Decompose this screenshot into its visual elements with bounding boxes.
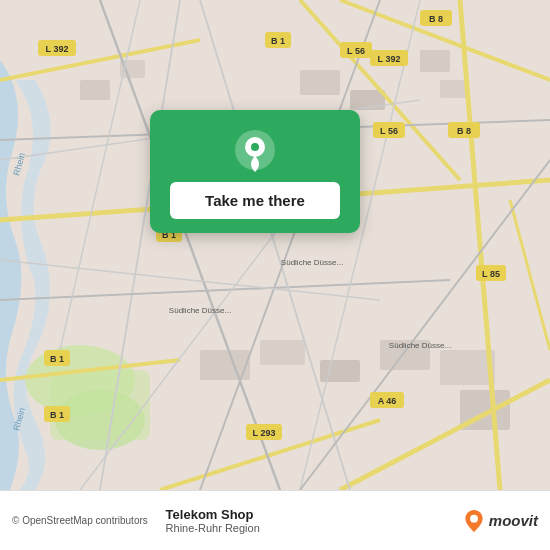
- svg-text:A 46: A 46: [378, 396, 397, 406]
- svg-rect-11: [260, 340, 305, 365]
- svg-text:B 1: B 1: [50, 354, 64, 364]
- svg-text:B 8: B 8: [457, 126, 471, 136]
- svg-text:B 1: B 1: [271, 36, 285, 46]
- bottom-bar: © OpenStreetMap contributors Telekom Sho…: [0, 490, 550, 550]
- place-region: Rhine-Ruhr Region: [166, 522, 453, 534]
- svg-text:B 8: B 8: [429, 14, 443, 24]
- copyright-text: © OpenStreetMap contributors: [12, 515, 156, 526]
- place-name: Telekom Shop: [166, 507, 453, 522]
- svg-text:L 56: L 56: [380, 126, 398, 136]
- svg-text:L 293: L 293: [253, 428, 276, 438]
- svg-text:L 392: L 392: [46, 44, 69, 54]
- take-me-there-button[interactable]: Take me there: [170, 182, 340, 219]
- place-info: Telekom Shop Rhine-Ruhr Region: [166, 507, 453, 534]
- svg-text:Südliche Düsse...: Südliche Düsse...: [169, 306, 231, 315]
- svg-point-71: [470, 514, 478, 522]
- svg-text:L 392: L 392: [378, 54, 401, 64]
- svg-text:L 56: L 56: [347, 46, 365, 56]
- svg-rect-12: [320, 360, 360, 382]
- location-pin-icon: [233, 128, 277, 172]
- svg-rect-6: [300, 70, 340, 95]
- location-card: Take me there: [150, 110, 360, 233]
- svg-text:Südliche Düsse...: Südliche Düsse...: [389, 341, 451, 350]
- moovit-label: moovit: [489, 512, 538, 529]
- map-svg: B 8 L 392 L 392 B 1 L 56 L 56 B 8 B 1 B …: [0, 0, 550, 490]
- svg-rect-4: [80, 80, 110, 100]
- svg-text:Südliche Düsse...: Südliche Düsse...: [281, 258, 343, 267]
- svg-rect-3: [50, 370, 150, 440]
- svg-rect-9: [440, 80, 468, 98]
- moovit-pin-icon: [463, 510, 485, 532]
- svg-text:B 1: B 1: [50, 410, 64, 420]
- moovit-logo: moovit: [463, 510, 538, 532]
- svg-text:L 85: L 85: [482, 269, 500, 279]
- svg-point-70: [251, 143, 259, 151]
- svg-rect-8: [420, 50, 450, 72]
- map-area: B 8 L 392 L 392 B 1 L 56 L 56 B 8 B 1 B …: [0, 0, 550, 490]
